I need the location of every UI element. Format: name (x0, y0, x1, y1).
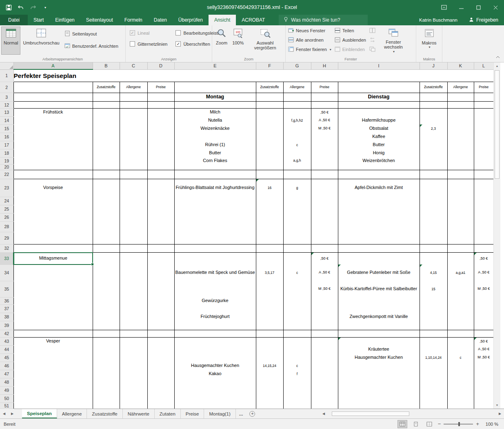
cell-A32[interactable] (13, 244, 93, 252)
cell-H49[interactable] (311, 386, 338, 394)
cell-F24[interactable] (256, 197, 283, 205)
cell-F47[interactable] (256, 370, 283, 378)
cell-I1[interactable] (338, 69, 420, 82)
custom-views-button[interactable]: Benutzerdef. Ansichten (64, 42, 118, 50)
cell-C46[interactable] (120, 362, 147, 370)
cell-F35[interactable] (256, 281, 283, 297)
column-header-C[interactable]: C (120, 62, 147, 69)
cell-L37[interactable] (474, 305, 493, 313)
cell-J25[interactable] (420, 205, 447, 213)
scroll-up-icon[interactable]: ▲ (494, 62, 500, 69)
cell-J48[interactable] (420, 378, 447, 386)
cell-D32[interactable] (147, 244, 174, 252)
redo-icon[interactable] (29, 4, 37, 11)
cell-C19[interactable] (120, 157, 147, 164)
cell-E1[interactable] (174, 69, 256, 82)
cell-B20[interactable] (93, 164, 120, 170)
cell-K29[interactable] (447, 232, 474, 244)
cell-K20[interactable] (447, 164, 474, 170)
cell-I14[interactable]: Hafermilchsuppe (338, 116, 420, 124)
cell-H15[interactable]: M ,50 € (311, 124, 338, 133)
maximize-button[interactable] (470, 0, 487, 15)
cell-E35[interactable] (174, 281, 256, 297)
cell-C29[interactable] (120, 232, 147, 244)
cell-I23[interactable]: Apfel-Dickmilch mit Zimt (338, 179, 420, 197)
cell-B51[interactable] (93, 402, 120, 409)
cell-J49[interactable] (420, 386, 447, 394)
cell-C33[interactable] (120, 252, 147, 265)
column-header-E[interactable]: E (174, 62, 256, 69)
row-header-47[interactable]: 47 (0, 370, 13, 378)
cell-E36[interactable]: Gewürzgurke (174, 297, 256, 305)
cell-B3[interactable] (93, 93, 120, 101)
cell-F46[interactable]: 14,15,24 (256, 362, 283, 370)
cell-C47[interactable] (120, 370, 147, 378)
cell-E20[interactable] (174, 164, 256, 170)
cell-D23[interactable] (147, 179, 174, 197)
cell-G1[interactable] (283, 69, 311, 82)
cell-A14[interactable] (13, 116, 93, 124)
cell-E44[interactable] (174, 345, 256, 353)
cell-B16[interactable] (93, 133, 120, 141)
cell-I51[interactable] (338, 402, 420, 409)
cell-A2[interactable] (13, 82, 93, 93)
cell-L51[interactable] (474, 402, 493, 409)
cell-H22[interactable] (311, 170, 338, 179)
cell-D34[interactable] (147, 265, 174, 281)
cell-B46[interactable] (93, 362, 120, 370)
cell-C43[interactable] (120, 337, 147, 345)
cell-E22[interactable] (174, 170, 256, 179)
sheet-nav-left-icon[interactable]: ◀ (0, 409, 8, 418)
sheet-tab-Nährwerte[interactable]: Nährwerte (123, 409, 155, 418)
cell-H38[interactable] (311, 313, 338, 321)
cell-L50[interactable] (474, 394, 493, 402)
cell-C16[interactable] (120, 133, 147, 141)
cell-A50[interactable] (13, 394, 93, 402)
cell-A15[interactable] (13, 124, 93, 133)
tab-daten[interactable]: Daten (148, 15, 173, 25)
cell-D19[interactable] (147, 157, 174, 164)
macros-button[interactable]: Makros ▾ (419, 27, 439, 55)
cell-A19[interactable] (13, 157, 93, 164)
cell-I18[interactable]: Honig (338, 149, 420, 157)
column-header-F[interactable]: F (256, 62, 283, 69)
cell-C50[interactable] (120, 394, 147, 402)
zoom-percentage[interactable]: 100 % (483, 422, 498, 427)
close-button[interactable] (487, 0, 504, 15)
cell-G19[interactable]: a,g,h (283, 157, 311, 164)
cell-G44[interactable] (283, 345, 311, 353)
scroll-down-icon[interactable]: ▼ (494, 402, 500, 409)
cell-C45[interactable] (120, 353, 147, 362)
hide-window-button[interactable]: Ausblenden (335, 36, 366, 44)
ruler-checkbox-row[interactable]: Lineal (130, 30, 167, 36)
cell-A36[interactable] (13, 297, 93, 305)
zoom-100-button[interactable]: 100 100% (230, 27, 246, 55)
cell-L44[interactable]: A ,50 € (474, 345, 493, 353)
cell-A42[interactable] (13, 330, 93, 337)
column-header-G[interactable]: G (283, 62, 311, 69)
cell-C49[interactable] (120, 386, 147, 394)
cell-G33[interactable] (283, 252, 311, 265)
sheet-tab-overflow[interactable]: ... (236, 409, 246, 418)
cell-K3[interactable] (447, 93, 474, 101)
cell-K14[interactable] (447, 116, 474, 124)
cell-D24[interactable] (147, 197, 174, 205)
cell-I45[interactable]: Hausgemachter Kuchen (338, 353, 420, 362)
cell-I38[interactable]: Zwechgenkompott mit Vanille (338, 313, 420, 321)
cell-E51[interactable] (174, 402, 256, 409)
cell-F36[interactable] (256, 297, 283, 305)
headings-checkbox[interactable] (175, 41, 181, 47)
cell-C24[interactable] (120, 197, 147, 205)
cell-G39[interactable] (283, 321, 311, 330)
status-normal-view-button[interactable] (397, 420, 407, 428)
cell-K25[interactable] (447, 205, 474, 213)
column-header-H[interactable]: H (311, 62, 338, 69)
cell-B49[interactable] (93, 386, 120, 394)
cell-I50[interactable] (338, 394, 420, 402)
cell-J38[interactable] (420, 313, 447, 321)
cell-I28[interactable] (338, 221, 420, 232)
cell-F13[interactable] (256, 108, 283, 116)
cell-J46[interactable] (420, 362, 447, 370)
page-break-preview-button[interactable]: Umbruchvorschau (20, 27, 62, 55)
row-header-37[interactable]: 37 (0, 305, 13, 313)
